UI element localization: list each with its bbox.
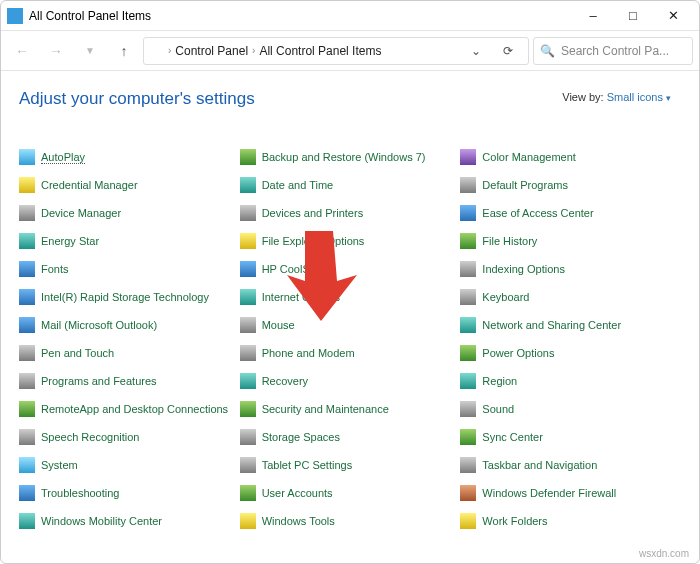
control-panel-item[interactable]: Keyboard (460, 283, 681, 311)
control-panel-item[interactable]: HP CoolSense (240, 255, 461, 283)
item-icon (460, 513, 476, 529)
item-icon (19, 261, 35, 277)
item-icon (19, 149, 35, 165)
item-label: Storage Spaces (262, 431, 340, 443)
item-icon (240, 149, 256, 165)
window-title: All Control Panel Items (29, 9, 573, 23)
control-panel-item[interactable]: Mouse (240, 311, 461, 339)
item-label: File History (482, 235, 537, 247)
view-by-mode[interactable]: Small icons (607, 91, 663, 103)
item-label: Date and Time (262, 179, 334, 191)
breadcrumb-root[interactable]: Control Panel (175, 44, 248, 58)
control-panel-item[interactable]: Device Manager (19, 199, 240, 227)
item-label: Device Manager (41, 207, 121, 219)
control-panel-item[interactable]: Taskbar and Navigation (460, 451, 681, 479)
forward-button[interactable]: → (41, 36, 71, 66)
item-label: Security and Maintenance (262, 403, 389, 415)
control-panel-item[interactable]: Internet Options (240, 283, 461, 311)
refresh-button[interactable]: ⟳ (494, 44, 522, 58)
control-panel-item[interactable]: RemoteApp and Desktop Connections (19, 395, 240, 423)
item-label: Region (482, 375, 517, 387)
control-panel-item[interactable]: Energy Star (19, 227, 240, 255)
control-panel-item[interactable]: AutoPlay (19, 143, 240, 171)
control-panel-item[interactable]: Speech Recognition (19, 423, 240, 451)
item-label: User Accounts (262, 487, 333, 499)
item-label: HP CoolSense (262, 263, 334, 275)
item-icon (240, 485, 256, 501)
control-panel-item[interactable]: File History (460, 227, 681, 255)
control-panel-item[interactable]: Storage Spaces (240, 423, 461, 451)
control-panel-item[interactable]: Windows Mobility Center (19, 507, 240, 535)
control-panel-item[interactable]: Recovery (240, 367, 461, 395)
item-icon (19, 317, 35, 333)
item-icon (460, 177, 476, 193)
item-icon (19, 345, 35, 361)
control-panel-item[interactable]: User Accounts (240, 479, 461, 507)
item-label: Windows Tools (262, 515, 335, 527)
control-panel-item[interactable]: File Explorer Options (240, 227, 461, 255)
item-icon (460, 289, 476, 305)
control-panel-item[interactable]: Work Folders (460, 507, 681, 535)
item-label: Mail (Microsoft Outlook) (41, 319, 157, 331)
address-expand-button[interactable]: ⌄ (462, 44, 490, 58)
control-panel-item[interactable]: Color Management (460, 143, 681, 171)
control-panel-item[interactable]: Devices and Printers (240, 199, 461, 227)
control-panel-item[interactable]: Intel(R) Rapid Storage Technology (19, 283, 240, 311)
breadcrumb-current[interactable]: All Control Panel Items (259, 44, 381, 58)
item-label: Taskbar and Navigation (482, 459, 597, 471)
item-label: AutoPlay (41, 151, 85, 164)
control-panel-item[interactable]: Troubleshooting (19, 479, 240, 507)
up-button[interactable]: ↑ (109, 36, 139, 66)
control-panel-item[interactable]: Windows Tools (240, 507, 461, 535)
control-panel-item[interactable]: Windows Defender Firewall (460, 479, 681, 507)
item-label: Speech Recognition (41, 431, 139, 443)
window-controls: – □ ✕ (573, 2, 693, 30)
control-panel-item[interactable]: Sync Center (460, 423, 681, 451)
control-panel-item[interactable]: Pen and Touch (19, 339, 240, 367)
item-label: Sound (482, 403, 514, 415)
control-panel-item[interactable]: Programs and Features (19, 367, 240, 395)
control-panel-item[interactable]: Backup and Restore (Windows 7) (240, 143, 461, 171)
item-icon (19, 233, 35, 249)
control-panel-item[interactable]: Tablet PC Settings (240, 451, 461, 479)
control-panel-item[interactable]: Network and Sharing Center (460, 311, 681, 339)
view-by-control[interactable]: View by: Small icons ▾ (562, 91, 671, 103)
chevron-right-icon: › (252, 45, 255, 56)
item-icon (240, 373, 256, 389)
item-icon (460, 345, 476, 361)
item-label: File Explorer Options (262, 235, 365, 247)
address-bar[interactable]: › Control Panel › All Control Panel Item… (143, 37, 529, 65)
item-icon (240, 289, 256, 305)
control-panel-item[interactable]: Default Programs (460, 171, 681, 199)
item-icon (460, 429, 476, 445)
item-label: Keyboard (482, 291, 529, 303)
control-panel-item[interactable]: Indexing Options (460, 255, 681, 283)
control-panel-item[interactable]: Date and Time (240, 171, 461, 199)
item-label: Troubleshooting (41, 487, 119, 499)
chevron-right-icon: › (168, 45, 171, 56)
control-panel-item[interactable]: Fonts (19, 255, 240, 283)
close-button[interactable]: ✕ (653, 2, 693, 30)
item-label: Sync Center (482, 431, 543, 443)
search-icon: 🔍 (540, 44, 555, 58)
control-panel-item[interactable]: Power Options (460, 339, 681, 367)
item-label: Network and Sharing Center (482, 319, 621, 331)
search-input[interactable]: 🔍 Search Control Pa... (533, 37, 693, 65)
minimize-button[interactable]: – (573, 2, 613, 30)
control-panel-item[interactable]: Mail (Microsoft Outlook) (19, 311, 240, 339)
control-panel-item[interactable]: Region (460, 367, 681, 395)
control-panel-item[interactable]: System (19, 451, 240, 479)
maximize-button[interactable]: □ (613, 2, 653, 30)
item-icon (240, 513, 256, 529)
control-panel-item[interactable]: Ease of Access Center (460, 199, 681, 227)
item-label: Phone and Modem (262, 347, 355, 359)
control-panel-item[interactable]: Sound (460, 395, 681, 423)
items-grid: AutoPlayBackup and Restore (Windows 7)Co… (19, 143, 681, 535)
back-button[interactable]: ← (7, 36, 37, 66)
item-icon (240, 401, 256, 417)
recent-locations-button[interactable]: ▼ (75, 36, 105, 66)
item-icon (240, 317, 256, 333)
control-panel-item[interactable]: Security and Maintenance (240, 395, 461, 423)
control-panel-item[interactable]: Phone and Modem (240, 339, 461, 367)
control-panel-item[interactable]: Credential Manager (19, 171, 240, 199)
